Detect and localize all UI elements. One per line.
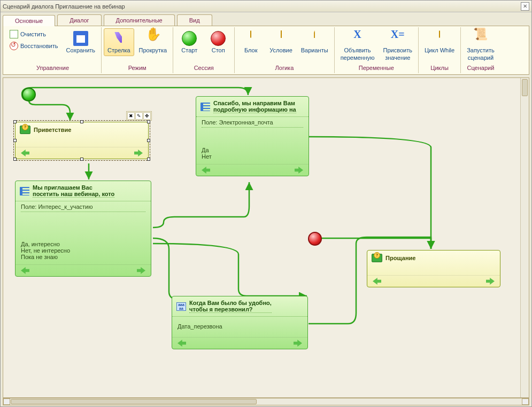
node-move-button[interactable]: ✥ xyxy=(143,112,151,120)
variants-icon xyxy=(307,31,322,46)
prev-arrow-icon[interactable] xyxy=(373,278,381,285)
node-greet-title: Приветствие xyxy=(34,127,71,133)
node-thanks-opt2: Нет xyxy=(202,153,303,160)
list-icon xyxy=(201,103,210,111)
node-callback-title2: чтобы я перезвонил? xyxy=(189,306,272,313)
node-edit-button[interactable]: ✎ xyxy=(135,112,143,120)
prev-arrow-icon[interactable] xyxy=(21,150,29,156)
scroll-left-arrow[interactable] xyxy=(3,398,10,405)
window-close-button[interactable]: ✕ xyxy=(521,2,529,11)
start-button[interactable]: Старт xyxy=(175,28,203,56)
node-bye[interactable]: Прощание xyxy=(367,250,500,287)
node-greet[interactable]: Приветствие xyxy=(15,122,149,159)
next-arrow-icon[interactable] xyxy=(486,278,495,285)
node-thanks-title2: подробную информацию на xyxy=(213,106,296,113)
ribbon: Очистить Восстановить Сохранить Управлен… xyxy=(3,26,529,75)
scroll-icon: 📜 xyxy=(473,31,488,46)
scrollbar-thumb[interactable] xyxy=(11,399,257,404)
node-invite[interactable]: Мы приглашаем Вас посетить наш вебинар, … xyxy=(15,181,151,277)
book-icon xyxy=(20,126,30,134)
restore-button[interactable]: Восстановить xyxy=(6,40,61,52)
condition-button[interactable]: Условие xyxy=(266,28,296,56)
prev-arrow-icon[interactable] xyxy=(202,167,210,174)
next-arrow-icon[interactable] xyxy=(295,167,303,174)
start-icon xyxy=(182,31,197,46)
tab-view[interactable]: Вид xyxy=(177,14,212,26)
next-arrow-icon[interactable] xyxy=(134,150,143,156)
node-invite-title1: Мы приглашаем Вас xyxy=(33,184,114,191)
node-invite-title2: посетить наш вебинар, кото xyxy=(33,191,114,198)
group-label-session: Сессия xyxy=(175,64,232,72)
next-arrow-icon[interactable] xyxy=(137,267,145,274)
window-title: Сценарий диалога Приглашение на вебинар xyxy=(3,3,521,10)
node-invite-opt1: Да, интересно xyxy=(21,241,145,247)
node-invite-field: Поле: Интерес_к_участию xyxy=(21,204,145,212)
cursor-icon xyxy=(111,31,126,46)
condition-icon xyxy=(274,31,289,46)
block-icon xyxy=(243,31,258,46)
prev-arrow-icon[interactable] xyxy=(21,267,29,274)
group-label-loops: Циклы xyxy=(421,64,458,72)
save-icon xyxy=(73,31,88,46)
node-callback-opt1: Дата_перезвона xyxy=(178,323,302,330)
text-icon: ааааа xyxy=(176,302,186,311)
clear-button[interactable]: Очистить xyxy=(6,28,61,40)
prev-arrow-icon[interactable] xyxy=(178,340,186,347)
book-icon xyxy=(372,254,382,262)
node-thanks-opt1: Да xyxy=(202,147,303,153)
diagram-canvas[interactable]: ✖ ✎ ✥ Приветствие Мы приглашаем Вас xyxy=(3,78,520,397)
node-toolbar: ✖ ✎ ✥ xyxy=(126,111,152,121)
assign-var-button[interactable]: X=Присвоитьзначение xyxy=(380,28,416,64)
loop-icon xyxy=(432,31,447,46)
scrollbar-thumb[interactable] xyxy=(522,79,528,96)
app-window: Сценарий диалога Приглашение на вебинар … xyxy=(0,0,532,407)
title-bar: Сценарий диалога Приглашение на вебинар … xyxy=(1,1,531,12)
group-label-logic: Логика xyxy=(237,64,331,72)
hand-icon: ✋ xyxy=(145,31,160,46)
tab-additional[interactable]: Дополнительные xyxy=(104,14,175,26)
run-scenario-button[interactable]: 📜Запуститьсценарий xyxy=(463,28,498,64)
scroll-right-arrow[interactable] xyxy=(522,398,529,405)
group-label-management: Управление xyxy=(6,64,99,72)
horizontal-scrollbar[interactable] xyxy=(3,398,529,405)
node-callback[interactable]: ааааа Когда Вам было бы удобно, чтобы я … xyxy=(172,296,308,349)
stop-node[interactable] xyxy=(308,232,322,246)
node-invite-opt2: Нет, не интересно xyxy=(21,247,145,254)
group-label-mode: Режим xyxy=(104,64,171,72)
tab-dialog[interactable]: Диалог xyxy=(57,14,101,26)
block-button[interactable]: Блок xyxy=(237,28,265,56)
node-thanks-field: Поле: Электронная_почта xyxy=(202,119,303,128)
group-label-vars: Переменные xyxy=(337,64,416,72)
tab-main[interactable]: Основные xyxy=(3,15,55,26)
x-assign-icon: X= xyxy=(390,31,405,46)
node-thanks[interactable]: Спасибо, мы направим Вам подробную инфор… xyxy=(196,96,309,176)
ribbon-tabs: Основные Диалог Дополнительные Вид xyxy=(3,14,529,26)
mode-arrow-button[interactable]: Стрелка xyxy=(104,28,134,56)
node-invite-opt3: Пока не знаю xyxy=(21,254,145,260)
node-delete-button[interactable]: ✖ xyxy=(127,112,135,120)
start-node[interactable] xyxy=(22,88,36,101)
next-arrow-icon[interactable] xyxy=(294,340,302,347)
vertical-scrollbar[interactable] xyxy=(520,78,529,397)
canvas-container: ✖ ✎ ✥ Приветствие Мы приглашаем Вас xyxy=(3,77,529,398)
variants-button[interactable]: Варианты xyxy=(297,28,332,56)
stop-button[interactable]: Стоп xyxy=(204,28,232,56)
x-icon: X xyxy=(350,31,365,46)
undo-icon xyxy=(10,42,18,50)
new-doc-icon xyxy=(10,30,18,38)
stop-icon xyxy=(211,31,226,46)
declare-var-button[interactable]: XОбъявитьпеременную xyxy=(337,28,379,64)
node-thanks-title1: Спасибо, мы направим Вам xyxy=(213,100,296,106)
while-button[interactable]: Цикл While xyxy=(421,28,458,56)
node-bye-title: Прощание xyxy=(385,255,415,261)
save-button[interactable]: Сохранить xyxy=(62,28,99,56)
mode-scroll-button[interactable]: ✋Прокрутка xyxy=(135,28,171,56)
list-icon xyxy=(20,187,29,195)
group-label-scenario: Сценарий xyxy=(463,64,498,72)
node-callback-title1: Когда Вам было бы удобно, xyxy=(189,300,272,306)
